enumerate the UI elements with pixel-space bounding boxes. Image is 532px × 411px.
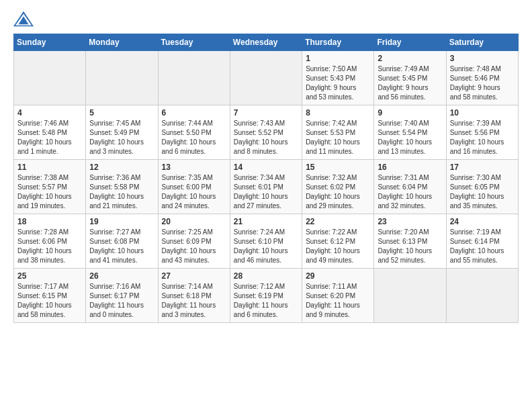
logo-icon [13,11,34,27]
day-info: Sunrise: 7:31 AM Sunset: 6:04 PM Dayligh… [378,173,442,211]
day-number: 6 [162,108,226,118]
day-number: 19 [89,217,154,226]
day-number: 9 [378,108,442,118]
day-info: Sunrise: 7:50 AM Sunset: 5:43 PM Dayligh… [306,64,370,102]
day-info: Sunrise: 7:11 AM Sunset: 6:20 PM Dayligh… [306,282,370,320]
day-info: Sunrise: 7:25 AM Sunset: 6:09 PM Dayligh… [162,228,226,265]
cell-week2-day7: 10Sunrise: 7:39 AM Sunset: 5:56 PM Dayli… [446,105,518,160]
day-info: Sunrise: 7:43 AM Sunset: 5:52 PM Dayligh… [234,119,298,156]
day-number: 25 [17,271,82,281]
header-tuesday: Tuesday [158,34,230,51]
cell-week5-day3: 27Sunrise: 7:14 AM Sunset: 6:18 PM Dayli… [158,269,230,323]
day-number: 24 [450,217,515,226]
cell-week2-day2: 5Sunrise: 7:45 AM Sunset: 5:49 PM Daylig… [86,105,158,160]
cell-week2-day3: 6Sunrise: 7:44 AM Sunset: 5:50 PM Daylig… [158,105,230,160]
calendar-header: SundayMondayTuesdayWednesdayThursdayFrid… [14,34,519,51]
day-number: 10 [450,108,515,118]
calendar-body: 1Sunrise: 7:50 AM Sunset: 5:43 PM Daylig… [14,51,519,323]
day-info: Sunrise: 7:30 AM Sunset: 6:05 PM Dayligh… [450,173,515,211]
day-info: Sunrise: 7:34 AM Sunset: 6:01 PM Dayligh… [234,173,298,211]
cell-week2-day1: 4Sunrise: 7:46 AM Sunset: 5:48 PM Daylig… [14,105,86,160]
cell-week1-day6: 2Sunrise: 7:49 AM Sunset: 5:45 PM Daylig… [374,51,446,105]
cell-week5-day2: 26Sunrise: 7:16 AM Sunset: 6:17 PM Dayli… [86,269,158,323]
day-number: 26 [89,271,154,281]
cell-week5-day4: 28Sunrise: 7:12 AM Sunset: 6:19 PM Dayli… [230,269,302,323]
day-number: 20 [162,217,226,226]
day-info: Sunrise: 7:38 AM Sunset: 5:57 PM Dayligh… [17,173,82,211]
week-row-3: 11Sunrise: 7:38 AM Sunset: 5:57 PM Dayli… [14,160,519,214]
day-number: 21 [234,217,298,226]
cell-week5-day5: 29Sunrise: 7:11 AM Sunset: 6:20 PM Dayli… [302,269,374,323]
day-number: 1 [306,54,370,63]
day-info: Sunrise: 7:24 AM Sunset: 6:10 PM Dayligh… [234,228,298,265]
day-number: 18 [17,217,82,226]
cell-week4-day3: 20Sunrise: 7:25 AM Sunset: 6:09 PM Dayli… [158,214,230,269]
day-info: Sunrise: 7:28 AM Sunset: 6:06 PM Dayligh… [17,228,82,265]
week-row-5: 25Sunrise: 7:17 AM Sunset: 6:15 PM Dayli… [14,269,519,323]
cell-week2-day4: 7Sunrise: 7:43 AM Sunset: 5:52 PM Daylig… [230,105,302,160]
cell-week4-day2: 19Sunrise: 7:27 AM Sunset: 6:08 PM Dayli… [86,214,158,269]
day-number: 11 [17,163,82,172]
day-number: 7 [234,108,298,118]
day-number: 17 [450,163,515,172]
cell-week4-day5: 22Sunrise: 7:22 AM Sunset: 6:12 PM Dayli… [302,214,374,269]
day-info: Sunrise: 7:49 AM Sunset: 5:45 PM Dayligh… [378,64,442,102]
day-info: Sunrise: 7:48 AM Sunset: 5:46 PM Dayligh… [450,64,515,102]
cell-week3-day7: 17Sunrise: 7:30 AM Sunset: 6:05 PM Dayli… [446,160,518,214]
day-number: 15 [306,163,370,172]
day-number: 28 [234,271,298,281]
day-info: Sunrise: 7:20 AM Sunset: 6:13 PM Dayligh… [378,228,442,265]
day-info: Sunrise: 7:17 AM Sunset: 6:15 PM Dayligh… [17,282,82,320]
day-number: 8 [306,108,370,118]
week-row-2: 4Sunrise: 7:46 AM Sunset: 5:48 PM Daylig… [14,105,519,160]
cell-week4-day7: 24Sunrise: 7:19 AM Sunset: 6:14 PM Dayli… [446,214,518,269]
cell-week5-day7 [446,269,518,323]
cell-week1-day3 [158,51,230,105]
cell-week4-day1: 18Sunrise: 7:28 AM Sunset: 6:06 PM Dayli… [14,214,86,269]
day-number: 23 [378,217,442,226]
page-header [13,11,519,27]
day-number: 13 [162,163,226,172]
cell-week4-day6: 23Sunrise: 7:20 AM Sunset: 6:13 PM Dayli… [374,214,446,269]
day-number: 12 [89,163,154,172]
header-thursday: Thursday [302,34,374,51]
cell-week3-day4: 14Sunrise: 7:34 AM Sunset: 6:01 PM Dayli… [230,160,302,214]
day-number: 29 [306,271,370,281]
day-info: Sunrise: 7:35 AM Sunset: 6:00 PM Dayligh… [162,173,226,211]
calendar-table: SundayMondayTuesdayWednesdayThursdayFrid… [13,34,519,323]
day-info: Sunrise: 7:12 AM Sunset: 6:19 PM Dayligh… [234,282,298,320]
day-number: 4 [17,108,82,118]
day-number: 2 [378,54,442,63]
day-info: Sunrise: 7:44 AM Sunset: 5:50 PM Dayligh… [162,119,226,156]
day-number: 5 [89,108,154,118]
logo [13,11,36,27]
day-info: Sunrise: 7:16 AM Sunset: 6:17 PM Dayligh… [89,282,154,320]
cell-week5-day6 [374,269,446,323]
cell-week3-day2: 12Sunrise: 7:36 AM Sunset: 5:58 PM Dayli… [86,160,158,214]
day-info: Sunrise: 7:27 AM Sunset: 6:08 PM Dayligh… [89,228,154,265]
cell-week3-day5: 15Sunrise: 7:32 AM Sunset: 6:02 PM Dayli… [302,160,374,214]
day-info: Sunrise: 7:39 AM Sunset: 5:56 PM Dayligh… [450,119,515,156]
header-wednesday: Wednesday [230,34,302,51]
day-info: Sunrise: 7:32 AM Sunset: 6:02 PM Dayligh… [306,173,370,211]
cell-week1-day5: 1Sunrise: 7:50 AM Sunset: 5:43 PM Daylig… [302,51,374,105]
cell-week4-day4: 21Sunrise: 7:24 AM Sunset: 6:10 PM Dayli… [230,214,302,269]
cell-week1-day1 [14,51,86,105]
day-number: 16 [378,163,442,172]
cell-week3-day3: 13Sunrise: 7:35 AM Sunset: 6:00 PM Dayli… [158,160,230,214]
cell-week1-day2 [86,51,158,105]
day-info: Sunrise: 7:36 AM Sunset: 5:58 PM Dayligh… [89,173,154,211]
day-info: Sunrise: 7:45 AM Sunset: 5:49 PM Dayligh… [89,119,154,156]
header-sunday: Sunday [14,34,86,51]
day-number: 22 [306,217,370,226]
day-info: Sunrise: 7:19 AM Sunset: 6:14 PM Dayligh… [450,228,515,265]
day-info: Sunrise: 7:22 AM Sunset: 6:12 PM Dayligh… [306,228,370,265]
cell-week3-day1: 11Sunrise: 7:38 AM Sunset: 5:57 PM Dayli… [14,160,86,214]
header-saturday: Saturday [446,34,518,51]
day-number: 3 [450,54,515,63]
day-info: Sunrise: 7:42 AM Sunset: 5:53 PM Dayligh… [306,119,370,156]
day-number: 14 [234,163,298,172]
day-info: Sunrise: 7:46 AM Sunset: 5:48 PM Dayligh… [17,119,82,156]
cell-week5-day1: 25Sunrise: 7:17 AM Sunset: 6:15 PM Dayli… [14,269,86,323]
week-row-4: 18Sunrise: 7:28 AM Sunset: 6:06 PM Dayli… [14,214,519,269]
